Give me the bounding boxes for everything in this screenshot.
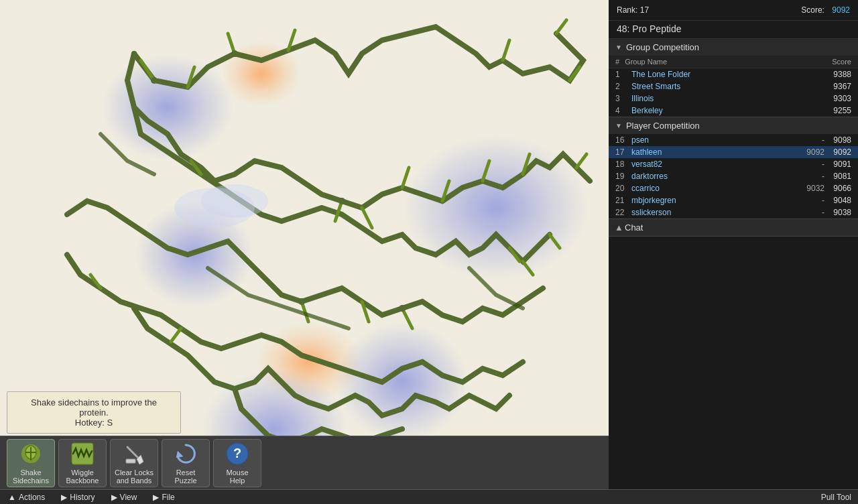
rank-value: 17: [640, 5, 649, 15]
player-rank: 21: [615, 196, 629, 205]
group-rank: 3: [615, 94, 629, 103]
group-col-left: # Group Name: [615, 58, 667, 66]
svg-point-25: [339, 198, 345, 204]
svg-line-13: [402, 308, 412, 328]
group-competition-header[interactable]: ▼ Group Competition: [609, 39, 858, 56]
svg-point-24: [231, 50, 238, 57]
col-hash: #: [615, 58, 619, 66]
tooltip-line2: Hotkey: S: [15, 418, 172, 428]
group-name: Street Smarts: [629, 82, 824, 91]
clear-locks-button[interactable]: Clear Locksand Bands: [110, 439, 158, 487]
actions-label: Actions: [19, 493, 45, 502]
svg-point-29: [201, 184, 268, 218]
group-score: 9303: [824, 94, 851, 103]
group-rank: 2: [615, 82, 629, 91]
right-panel: Rank: 17 Score: 9092 48: Pro Peptide ▼ G…: [609, 0, 858, 504]
group-score: 9255: [824, 106, 851, 115]
clear-locks-label: Clear Locksand Bands: [115, 468, 154, 485]
player-rows: 16 psen - 9098 17 kathleen 9092 9092 18 …: [609, 134, 858, 218]
rank-label: Rank:: [617, 5, 637, 15]
svg-line-18: [550, 235, 560, 248]
player-my-score: -: [798, 208, 824, 217]
mouse-help-label: MouseHelp: [226, 468, 248, 485]
view-arrow: ▶: [111, 493, 117, 502]
file-arrow: ▶: [153, 493, 159, 502]
svg-point-26: [399, 305, 406, 312]
pull-tool-button[interactable]: Pull Tool: [609, 489, 858, 504]
history-menu[interactable]: ▶ History: [53, 491, 103, 503]
group-name: The Lone Folder: [629, 70, 824, 79]
player-name: versat82: [629, 160, 798, 169]
puzzle-name: 48: Pro Peptide: [609, 21, 858, 39]
actions-arrow: ▲: [8, 493, 16, 502]
player-row: 16 psen - 9098: [609, 134, 858, 146]
score-label: Score:: [801, 5, 824, 15]
player-score: 9038: [824, 208, 851, 217]
player-name: darktorres: [629, 172, 798, 181]
reset-puzzle-icon: [174, 442, 198, 466]
history-label: History: [70, 493, 95, 502]
view-menu[interactable]: ▶ View: [103, 491, 145, 503]
player-rank: 20: [615, 184, 629, 193]
player-score: 9091: [824, 160, 851, 169]
menu-bar: ▲ Actions ▶ History ▶ View ▶ File: [0, 489, 609, 504]
svg-text:?: ?: [233, 446, 241, 460]
svg-marker-39: [176, 451, 183, 458]
chat-section: ▶ Chat: [609, 219, 858, 237]
pull-tool-label: Pull Tool: [821, 493, 851, 502]
player-name: psen: [629, 135, 798, 145]
player-score: 9098: [824, 135, 851, 145]
header-bar: Rank: 17 Score: 9092: [609, 0, 858, 21]
player-row: 19 darktorres - 9081: [609, 170, 858, 182]
svg-line-5: [362, 208, 372, 228]
player-competition-title: Player Competition: [626, 121, 700, 131]
file-menu[interactable]: ▶ File: [145, 491, 182, 503]
group-competition-arrow: ▼: [615, 44, 622, 51]
player-row: 21 mbjorkegren - 9048: [609, 194, 858, 206]
history-arrow: ▶: [61, 493, 67, 502]
group-competition-section: ▼ Group Competition # Group Name Score 1…: [609, 39, 858, 117]
player-score: 9081: [824, 172, 851, 181]
player-row: 17 kathleen 9092 9092: [609, 146, 858, 158]
svg-rect-37: [126, 459, 135, 463]
tooltip-line1: Shake sidechains to improve the protein.: [15, 397, 172, 418]
group-rank: 4: [615, 106, 629, 115]
group-row: 4 Berkeley 9255: [609, 105, 858, 117]
chat-header[interactable]: ▶ Chat: [609, 219, 858, 236]
reset-puzzle-button[interactable]: ResetPuzzle: [162, 439, 210, 487]
player-row: 18 versat82 - 9091: [609, 158, 858, 170]
wiggle-backbone-button[interactable]: WiggleBackbone: [58, 439, 107, 487]
player-competition-header[interactable]: ▼ Player Competition: [609, 117, 858, 134]
group-rows: 1 The Lone Folder 9388 2 Street Smarts 9…: [609, 68, 858, 117]
player-my-score: 9092: [798, 147, 824, 157]
player-name: kathleen: [629, 147, 798, 157]
score-value: 9092: [832, 5, 850, 15]
player-my-score: -: [798, 160, 824, 169]
svg-line-16: [523, 261, 533, 275]
player-score: 9066: [824, 184, 851, 193]
player-my-score: -: [798, 172, 824, 181]
player-my-score: -: [798, 135, 824, 145]
reset-puzzle-label: ResetPuzzle: [174, 468, 196, 485]
group-table-content: # Group Name Score 1 The Lone Folder 938…: [609, 56, 858, 117]
player-score: 9048: [824, 196, 851, 205]
actions-menu[interactable]: ▲ Actions: [0, 491, 53, 503]
group-competition-title: Group Competition: [626, 42, 699, 52]
col-score: Score: [832, 58, 851, 66]
svg-line-19: [576, 154, 587, 168]
mouse-help-button[interactable]: ? MouseHelp: [213, 439, 261, 487]
player-rank: 18: [615, 160, 629, 169]
file-label: File: [162, 493, 174, 502]
player-rank: 19: [615, 172, 629, 181]
group-row: 1 The Lone Folder 9388: [609, 68, 858, 80]
tooltip-box: Shake sidechains to improve the protein.…: [7, 391, 181, 434]
group-col-header: # Group Name Score: [609, 56, 858, 68]
svg-line-22: [503, 40, 509, 60]
player-competition-arrow: ▼: [615, 122, 622, 129]
player-score: 9092: [824, 147, 851, 157]
svg-line-6: [402, 168, 409, 188]
group-name: Illinois: [629, 94, 824, 103]
chat-arrow: ▶: [615, 225, 622, 231]
shake-sidechains-icon: [19, 442, 43, 466]
shake-sidechains-button[interactable]: ShakeSidechains: [7, 439, 55, 487]
